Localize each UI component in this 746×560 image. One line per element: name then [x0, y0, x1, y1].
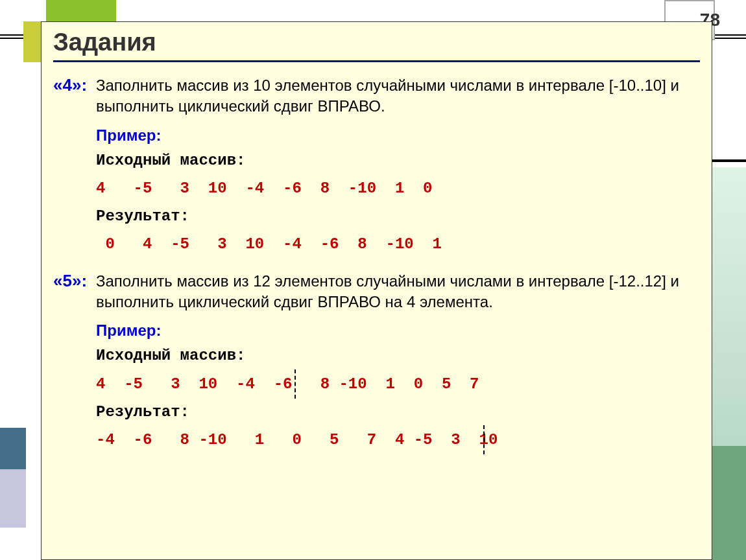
task5-result-split-marker	[483, 425, 485, 454]
task4-description: Заполнить массив из 10 элементов случайн…	[96, 75, 700, 117]
task4-grade-label: «4»:	[53, 75, 96, 95]
decoration-right-mint	[708, 167, 746, 446]
title-underline	[53, 60, 700, 62]
task5-description: Заполнить массив из 12 элементов случайн…	[96, 271, 700, 313]
slide-title: Задания	[53, 29, 700, 56]
task4-source-label: Исходный массив:	[96, 148, 700, 172]
decoration-right-green	[708, 446, 746, 560]
task5-source-array: 4 -5 3 10 -4 -6 8 -10 1 0 5 7	[96, 372, 700, 396]
task4-example-label: Пример:	[96, 126, 700, 145]
task5-result-array: -4 -6 8 -10 1 0 5 7 4 -5 3 10	[96, 428, 700, 452]
task4-source-array: 4 -5 3 10 -4 -6 8 -10 1 0	[96, 176, 700, 200]
slide-body: Задания «4»: Заполнить массив из 10 элем…	[41, 21, 712, 560]
task5-source-label: Исходный массив:	[96, 344, 700, 368]
task5-source-split-marker	[295, 369, 296, 399]
decoration-left-lav	[0, 469, 26, 528]
task5-grade-label: «5»:	[53, 271, 96, 291]
decoration-green-block	[46, 0, 116, 21]
task4-result-array: 0 4 -5 3 10 -4 -6 8 -10 1	[96, 232, 700, 256]
decoration-left-aqua	[0, 428, 26, 469]
task5-example-label: Пример:	[96, 321, 700, 340]
task4-result-label: Результат:	[96, 204, 700, 228]
task5-result-label: Результат:	[96, 400, 700, 424]
